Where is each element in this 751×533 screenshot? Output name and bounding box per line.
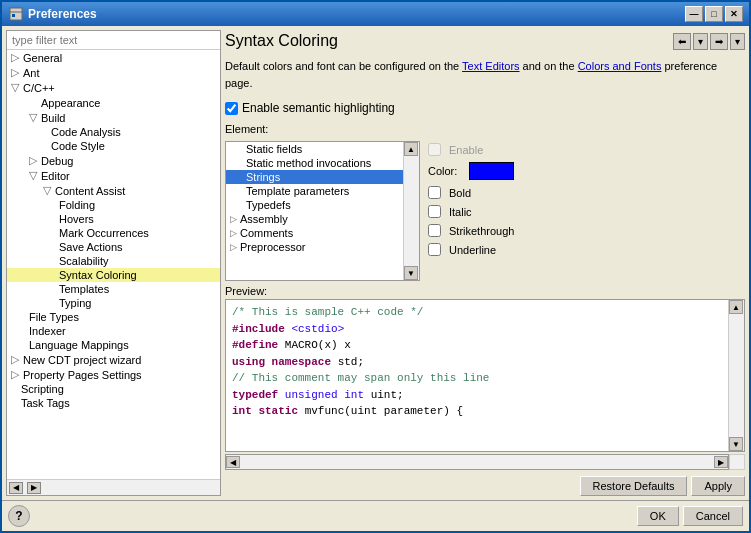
- sidebar-item-task-tags[interactable]: Task Tags: [7, 396, 220, 410]
- ok-button[interactable]: OK: [637, 506, 679, 526]
- strikethrough-checkbox[interactable]: [428, 224, 441, 237]
- sidebar-item-label: File Types: [29, 311, 79, 323]
- preview-hscroll-left[interactable]: ◀: [226, 456, 240, 468]
- sidebar-item-code-analysis[interactable]: Code Analysis: [7, 125, 220, 139]
- sidebar-item-label: Templates: [59, 283, 109, 295]
- element-strings[interactable]: Strings: [226, 170, 403, 184]
- sidebar-item-editor[interactable]: ▽ Editor: [7, 168, 220, 183]
- sidebar-item-scalability[interactable]: Scalability: [7, 254, 220, 268]
- dropdown-button[interactable]: ▾: [693, 33, 708, 50]
- sidebar-item-templates[interactable]: Templates: [7, 282, 220, 296]
- sidebar-item-label: Appearance: [41, 97, 100, 109]
- sidebar-item-debug[interactable]: ▷ Debug: [7, 153, 220, 168]
- preview-hscrollbar[interactable]: ◀ ▶: [225, 454, 729, 470]
- help-button[interactable]: ?: [8, 505, 30, 527]
- preprocessor-label: Preprocessor: [240, 241, 305, 253]
- sidebar-item-code-style[interactable]: Code Style: [7, 139, 220, 153]
- sidebar-item-folding[interactable]: Folding: [7, 198, 220, 212]
- enable-label: Enable: [449, 144, 483, 156]
- sidebar-item-save-actions[interactable]: Save Actions: [7, 240, 220, 254]
- filter-input[interactable]: [7, 31, 220, 50]
- sidebar-item-syntax-coloring[interactable]: Syntax Coloring: [7, 268, 220, 282]
- enable-semantic-checkbox[interactable]: [225, 102, 238, 115]
- apply-button[interactable]: Apply: [691, 476, 745, 496]
- element-list: Static fields Static method invocations …: [226, 142, 403, 254]
- bottom-bar: ? OK Cancel: [2, 500, 749, 531]
- underline-label: Underline: [449, 244, 496, 256]
- sidebar-item-appearance[interactable]: ▷ Appearance: [7, 95, 220, 110]
- sidebar-item-ant[interactable]: ▷ Ant: [7, 65, 220, 80]
- back-arrow-button[interactable]: ⬅: [673, 33, 691, 50]
- element-typedefs[interactable]: Typedefs: [226, 198, 403, 212]
- sidebar-item-scripting[interactable]: Scripting: [7, 382, 220, 396]
- element-label: Element:: [225, 123, 745, 135]
- sidebar-item-label: Ant: [23, 67, 40, 79]
- element-static-fields[interactable]: Static fields: [226, 142, 403, 156]
- colors-fonts-link[interactable]: Colors and Fonts: [578, 60, 662, 72]
- sidebar-item-label: Property Pages Settings: [23, 369, 142, 381]
- preview-scrollbar[interactable]: ▲ ▼: [728, 300, 744, 451]
- expander-icon: ▷: [11, 51, 21, 64]
- expander-icon: ▷: [11, 353, 21, 366]
- close-button[interactable]: ✕: [725, 6, 743, 22]
- sidebar-item-label: Task Tags: [21, 397, 70, 409]
- bold-checkbox[interactable]: [428, 186, 441, 199]
- sidebar-item-general[interactable]: ▷ General: [7, 50, 220, 65]
- element-template-params[interactable]: Template parameters: [226, 184, 403, 198]
- preview-scroll-down[interactable]: ▼: [729, 437, 743, 451]
- tree-navigation: ◀ ▶: [7, 479, 220, 495]
- tree-back-button[interactable]: ◀: [9, 482, 23, 494]
- element-comments[interactable]: ▷ Comments: [226, 226, 403, 240]
- preprocessor-expander: ▷: [230, 242, 237, 252]
- sidebar-item-label: Code Style: [51, 140, 105, 152]
- preview-hscroll-right[interactable]: ▶: [714, 456, 728, 468]
- sidebar-item-language-mappings[interactable]: Language Mappings: [7, 338, 220, 352]
- cancel-button[interactable]: Cancel: [683, 506, 743, 526]
- scroll-down-btn[interactable]: ▼: [404, 266, 418, 280]
- preview-line-2: #include <cstdio>: [232, 321, 722, 338]
- preview-line-7: int static mvfunc(uint parameter) {: [232, 403, 722, 420]
- sidebar-item-indexer[interactable]: Indexer: [7, 324, 220, 338]
- restore-defaults-button[interactable]: Restore Defaults: [580, 476, 688, 496]
- enable-option-row: Enable: [428, 143, 745, 156]
- svg-rect-0: [10, 8, 22, 20]
- italic-checkbox[interactable]: [428, 205, 441, 218]
- tree-forward-button[interactable]: ▶: [27, 482, 41, 494]
- preview-scroll-up[interactable]: ▲: [729, 300, 743, 314]
- sidebar-item-mark-occurrences[interactable]: Mark Occurrences: [7, 226, 220, 240]
- element-list-scrollbar[interactable]: ▲ ▼: [403, 142, 419, 280]
- expander-icon: ▽: [43, 184, 53, 197]
- enable-semantic-label: Enable semantic highlighting: [242, 101, 395, 115]
- forward-arrow-button[interactable]: ➡: [710, 33, 728, 50]
- maximize-button[interactable]: □: [705, 6, 723, 22]
- element-assembly[interactable]: ▷ Assembly: [226, 212, 403, 226]
- color-picker[interactable]: [469, 162, 514, 180]
- minimize-button[interactable]: —: [685, 6, 703, 22]
- element-list-container: Static fields Static method invocations …: [225, 141, 420, 281]
- preview-container: /* This is sample C++ code */ #include <…: [225, 299, 745, 452]
- sidebar-item-content-assist[interactable]: ▽ Content Assist: [7, 183, 220, 198]
- element-static-method[interactable]: Static method invocations: [226, 156, 403, 170]
- underline-checkbox[interactable]: [428, 243, 441, 256]
- enable-semantic-row: Enable semantic highlighting: [225, 97, 745, 119]
- title-buttons: — □ ✕: [685, 6, 743, 22]
- preview-line-3: #define MACRO(x) x: [232, 337, 722, 354]
- sidebar-item-new-cdt[interactable]: ▷ New CDT project wizard: [7, 352, 220, 367]
- options-panel: Enable Color: Bold Italic: [428, 141, 745, 281]
- expander-icon: ▽: [11, 81, 21, 94]
- sidebar-item-cpp[interactable]: ▽ C/C++: [7, 80, 220, 95]
- italic-option-row: Italic: [428, 205, 745, 218]
- text-editors-link[interactable]: Text Editors: [462, 60, 519, 72]
- sidebar-item-property-pages[interactable]: ▷ Property Pages Settings: [7, 367, 220, 382]
- preview-line-4: using namespace std;: [232, 354, 722, 371]
- sidebar-item-build[interactable]: ▽ Build: [7, 110, 220, 125]
- sidebar-item-hovers[interactable]: Hovers: [7, 212, 220, 226]
- enable-checkbox[interactable]: [428, 143, 441, 156]
- element-preprocessor[interactable]: ▷ Preprocessor: [226, 240, 403, 254]
- sidebar-item-file-types[interactable]: File Types: [7, 310, 220, 324]
- expander-icon: ▷: [11, 66, 21, 79]
- sidebar-item-typing[interactable]: Typing: [7, 296, 220, 310]
- dropdown2-button[interactable]: ▾: [730, 33, 745, 50]
- expander-icon: ▽: [29, 169, 39, 182]
- scroll-up-btn[interactable]: ▲: [404, 142, 418, 156]
